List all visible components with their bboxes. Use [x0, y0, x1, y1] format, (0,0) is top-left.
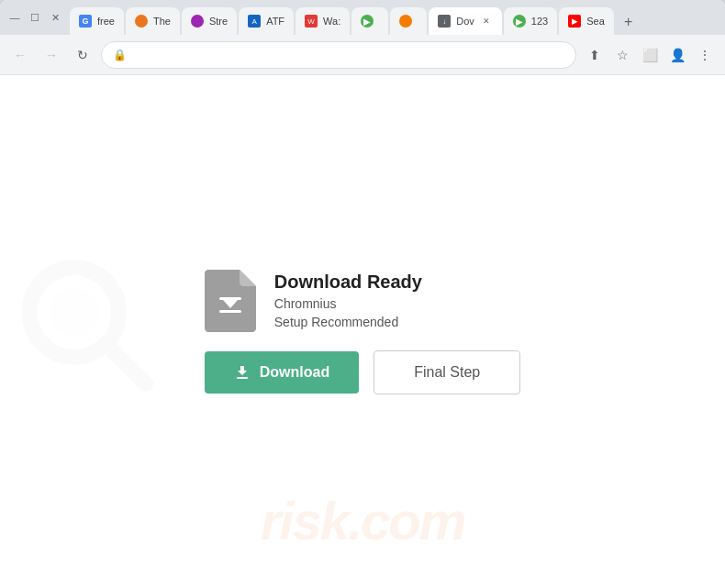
- download-button[interactable]: Download: [205, 351, 359, 394]
- back-button[interactable]: ←: [7, 42, 33, 68]
- tab-favicon-9: ▶: [513, 15, 526, 28]
- tab-play-green[interactable]: ▶: [351, 7, 388, 35]
- address-bar[interactable]: 🔒: [101, 41, 576, 69]
- close-button[interactable]: ✕: [48, 10, 62, 25]
- tab-sea[interactable]: ▶ Sea: [559, 7, 614, 35]
- svg-line-1: [108, 346, 145, 383]
- tab-switcher-button[interactable]: ⬜: [637, 42, 663, 68]
- tab-label-2: The: [153, 16, 171, 27]
- tab-orange[interactable]: [390, 7, 427, 35]
- tab-favicon-1: G: [79, 15, 92, 28]
- page-content: risk.com Download Ready Chromnius: [0, 75, 725, 588]
- profile-button[interactable]: 👤: [664, 42, 690, 68]
- reload-icon: ↻: [77, 48, 88, 62]
- card-title: Download Ready: [274, 272, 422, 293]
- tab-free[interactable]: G free: [70, 7, 124, 35]
- card-info: Download Ready Chromnius Setup Recommend…: [274, 272, 422, 329]
- svg-rect-5: [219, 310, 241, 313]
- title-bar: — ☐ ✕ G free The Stre A ATF: [0, 0, 725, 35]
- card-subtitle2: Setup Recommended: [274, 315, 422, 329]
- window-controls: — ☐ ✕: [7, 10, 62, 25]
- reload-button[interactable]: ↻: [70, 42, 95, 68]
- svg-point-0: [29, 267, 119, 357]
- tab-favicon-5: W: [305, 15, 318, 28]
- tab-label-3: Stre: [209, 16, 228, 27]
- tabs-area: G free The Stre A ATF W Wa:: [70, 0, 718, 35]
- tab-label-9: 123: [531, 16, 548, 27]
- tab-stre[interactable]: Stre: [182, 7, 237, 35]
- tab-favicon-7: [399, 15, 412, 28]
- forward-button[interactable]: →: [39, 42, 64, 68]
- tab-label-5: Wa:: [323, 16, 340, 27]
- card-header: Download Ready Chromnius Setup Recommend…: [205, 270, 422, 332]
- tab-switcher-icon: ⬜: [642, 48, 658, 62]
- svg-point-2: [50, 288, 99, 337]
- bookmark-button[interactable]: ☆: [609, 42, 635, 68]
- card-buttons: Download Final Step: [205, 350, 520, 394]
- minimize-button[interactable]: —: [7, 10, 22, 25]
- card-subtitle: Chromnius: [274, 296, 422, 311]
- tab-label-1: free: [97, 16, 115, 27]
- share-icon: ⬆: [589, 48, 600, 62]
- profile-icon: 👤: [670, 48, 686, 62]
- final-step-button-label: Final Step: [414, 364, 480, 380]
- forward-icon: →: [45, 48, 58, 62]
- svg-rect-3: [219, 297, 241, 300]
- tab-label-8: Dov: [456, 16, 474, 27]
- tab-the[interactable]: The: [126, 7, 180, 35]
- tab-favicon-10: ▶: [568, 15, 581, 28]
- watermark-text: risk.com: [0, 490, 725, 551]
- menu-icon: ⋮: [698, 48, 711, 62]
- back-icon: ←: [14, 48, 27, 62]
- tab-download[interactable]: ↓ Dov ✕: [429, 7, 502, 35]
- tab-wa[interactable]: W Wa:: [296, 7, 350, 35]
- final-step-button[interactable]: Final Step: [374, 350, 520, 394]
- tab-favicon-3: [191, 15, 204, 28]
- watermark-magnifier-icon: [18, 256, 156, 394]
- tab-favicon-4: A: [248, 15, 261, 28]
- download-card: Download Ready Chromnius Setup Recommend…: [159, 233, 566, 431]
- tab-favicon-6: ▶: [361, 15, 374, 28]
- toolbar: ← → ↻ 🔒 ⬆ ☆ ⬜ 👤 ⋮: [0, 35, 725, 75]
- bookmark-icon: ☆: [617, 48, 629, 62]
- tab-123[interactable]: ▶ 123: [504, 7, 557, 35]
- lock-icon: 🔒: [113, 49, 127, 61]
- tab-close-8[interactable]: ✕: [480, 15, 493, 28]
- new-tab-button[interactable]: +: [616, 9, 641, 35]
- tab-favicon-8: ↓: [438, 15, 451, 28]
- menu-button[interactable]: ⋮: [692, 42, 718, 68]
- tab-label-4: ATF: [266, 16, 284, 27]
- browser-window: — ☐ ✕ G free The Stre A ATF: [0, 0, 725, 588]
- share-button[interactable]: ⬆: [582, 42, 608, 68]
- tab-favicon-2: [135, 15, 148, 28]
- tab-atf[interactable]: A ATF: [239, 7, 294, 35]
- file-download-icon: [205, 270, 256, 332]
- download-button-label: Download: [260, 364, 329, 381]
- tab-label-10: Sea: [586, 16, 605, 27]
- maximize-button[interactable]: ☐: [28, 10, 42, 25]
- toolbar-right: ⬆ ☆ ⬜ 👤 ⋮: [582, 42, 718, 68]
- download-arrow-icon: [234, 364, 251, 381]
- svg-rect-6: [237, 377, 248, 379]
